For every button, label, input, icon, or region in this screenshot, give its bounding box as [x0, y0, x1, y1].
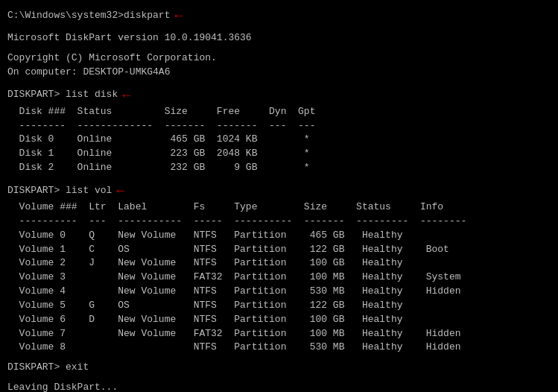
vol6-line: Volume 6 D New Volume NTFS Partition 100… — [7, 313, 551, 327]
listdisk-headers: Disk ### Status Size Free Dyn Gpt — [7, 105, 551, 119]
listvol-sep: ---------- --- ----------- ----- -------… — [7, 215, 551, 229]
copyright-line: Copyright (C) Microsoft Corporation. — [7, 51, 551, 66]
arrow2-icon: ← — [122, 86, 130, 105]
listdisk-sep: -------- ------------- ------- ------- -… — [7, 119, 551, 133]
listdisk-cmd-line: DISKPART> list disk ← — [7, 86, 551, 105]
vol5-line: Volume 5 G OS NTFS Partition 122 GB Heal… — [7, 299, 551, 313]
vol7-line: Volume 7 New Volume FAT32 Partition 100 … — [7, 327, 551, 341]
vol0-line: Volume 0 Q New Volume NTFS Partition 465… — [7, 229, 551, 243]
listvol-headers: Volume ### Ltr Label Fs Type Size Status… — [7, 200, 551, 215]
vol3-line: Volume 3 New Volume FAT32 Partition 100 … — [7, 271, 551, 285]
listvol-cmd-text: DISKPART> list vol — [7, 184, 112, 198]
terminal-window: C:\Windows\system32>diskpart ← Microsoft… — [7, 6, 551, 392]
exit-cmd-line: DISKPART> exit — [7, 361, 551, 375]
vol2-line: Volume 2 J New Volume NTFS Partition 100… — [7, 256, 551, 271]
listvol-cmd-line: DISKPART> list vol ← — [7, 181, 551, 200]
arrow1-icon: ← — [174, 6, 183, 25]
arrow3-icon: ← — [116, 181, 124, 200]
cmd1-line: C:\Windows\system32>diskpart ← — [7, 6, 551, 25]
leaving-line: Leaving DiskPart... — [7, 381, 551, 392]
listdisk-cmd-text: DISKPART> list disk — [7, 88, 118, 102]
computer-line: On computer: DESKTOP-UMKG4A6 — [7, 66, 551, 80]
vol1-line: Volume 1 C OS NTFS Partition 122 GB Heal… — [7, 243, 551, 257]
disk2-line: Disk 2 Online 232 GB 9 GB * — [7, 161, 551, 175]
disk0-line: Disk 0 Online 465 GB 1024 KB * — [7, 133, 551, 147]
cmd1-text: C:\Windows\system32>diskpart — [7, 9, 170, 23]
disk1-line: Disk 1 Online 223 GB 2048 KB * — [7, 147, 551, 161]
vol4-line: Volume 4 New Volume NTFS Partition 530 M… — [7, 285, 551, 299]
version-line: Microsoft DiskPart version 10.0.19041.36… — [7, 31, 551, 45]
vol8-line: Volume 8 NTFS Partition 530 MB Healthy H… — [7, 341, 551, 355]
